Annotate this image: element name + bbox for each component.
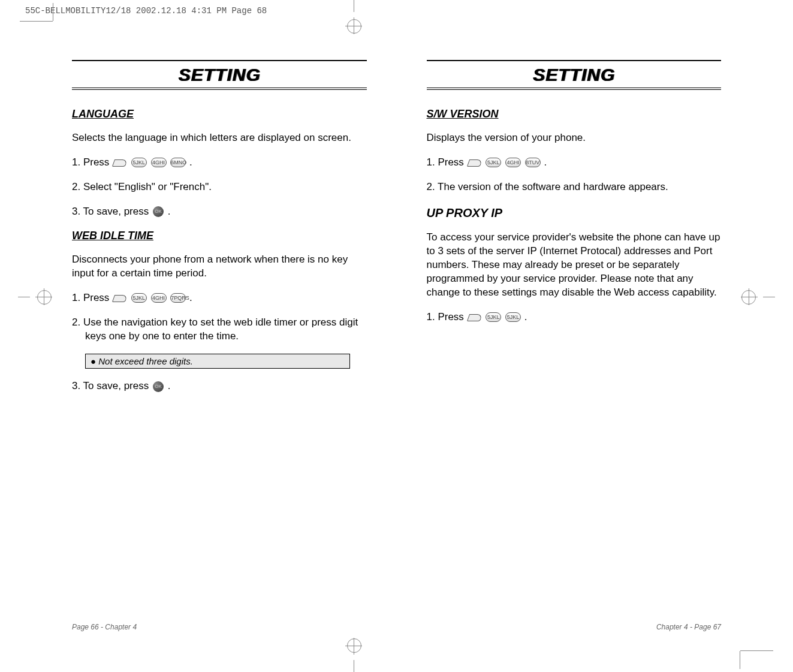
upproxy-step1: 1. Press 5JKL 5JKL .	[427, 311, 722, 324]
swversion-body: Displays the version of your phone.	[427, 131, 722, 145]
upproxy-heading: UP PROXY IP	[427, 206, 722, 220]
left-title-bar: SETTING	[72, 60, 367, 90]
language-step2: 2. Select "English" or "French".	[72, 180, 367, 194]
key-4-icon: 4GHI	[151, 158, 167, 167]
webidle-body: Disconnects your phone from a network wh…	[72, 253, 367, 281]
key-5-icon: 5JKL	[131, 158, 147, 167]
language-step1: 1. Press 5JKL 4GHI 6MNO .	[72, 156, 367, 170]
language-body: Selects the language in which letters ar…	[72, 131, 367, 145]
key-6-icon: 6MNO	[170, 158, 186, 167]
left-footer: Page 66 - Chapter 4	[72, 623, 137, 631]
key-4-icon: 4GHI	[151, 293, 167, 303]
right-title-bar: SETTING	[427, 60, 722, 90]
webidle-step1: 1. Press 5JKL 4GHI 7PQRS .	[72, 291, 367, 305]
webidle-step2: 2. Use the navigation key to set the web…	[72, 316, 367, 343]
right-footer: Chapter 4 - Page 67	[656, 623, 721, 631]
crop-mark-bottom	[342, 636, 366, 672]
menu-key-icon	[468, 158, 481, 167]
crop-mark-top	[342, 0, 366, 36]
upproxy-body: To access your service provider's websit…	[427, 231, 722, 300]
webidle-step3: 3. To save, press OK .	[72, 379, 367, 393]
key-5-icon: 5JKL	[505, 312, 521, 322]
menu-key-icon	[113, 158, 126, 167]
crop-corner-tl	[53, 21, 71, 39]
key-5-icon: 5JKL	[486, 158, 501, 167]
ok-key-icon: OK	[153, 381, 164, 392]
key-5-icon: 5JKL	[486, 312, 501, 322]
right-page: SETTING S/W VERSION Displays the version…	[397, 42, 740, 636]
ok-key-icon: OK	[153, 206, 164, 217]
webidle-heading: WEB IDLE TIME	[72, 230, 367, 242]
page-spread: SETTING LANGUAGE Selects the language in…	[54, 42, 739, 636]
key-8-icon: 8TUV	[525, 158, 541, 167]
swversion-step2: 2. The version of the software and hardw…	[427, 180, 722, 194]
page-title: SETTING	[178, 65, 260, 85]
page-title: SETTING	[533, 65, 615, 85]
swversion-step1: 1. Press 5JKL 4GHI 8TUV .	[427, 156, 722, 170]
crop-mark-right	[739, 285, 775, 309]
language-step3: 3. To save, press OK .	[72, 205, 367, 219]
menu-key-icon	[113, 294, 126, 302]
menu-key-icon	[468, 313, 481, 321]
swversion-heading: S/W VERSION	[427, 108, 722, 120]
language-heading: LANGUAGE	[72, 108, 367, 120]
file-header: 55C-BELLMOBILITY12/18 2002.12.18 4:31 PM…	[25, 6, 267, 16]
key-7-icon: 7PQRS	[170, 293, 186, 303]
crop-mark-left	[18, 285, 54, 309]
webidle-note: Not exceed three digits.	[85, 354, 350, 369]
key-4-icon: 4GHI	[505, 158, 521, 167]
left-page: SETTING LANGUAGE Selects the language in…	[54, 42, 397, 636]
key-5-icon: 5JKL	[131, 293, 147, 303]
